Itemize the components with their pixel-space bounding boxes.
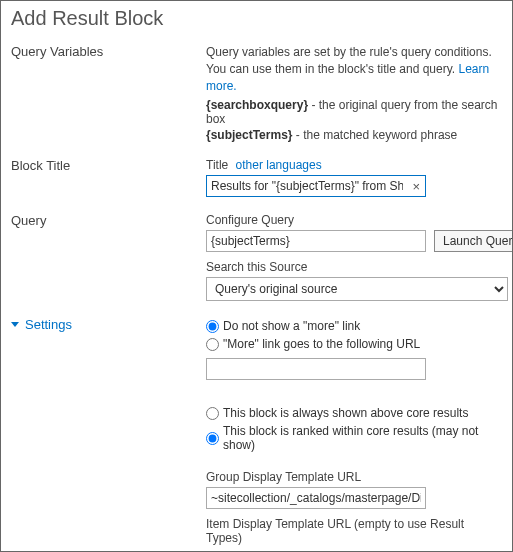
title-label: Title	[206, 158, 228, 172]
query-variables-desc-text: Query variables are set by the rule's qu…	[206, 45, 492, 76]
section-heading-query: Query	[11, 213, 206, 301]
item-template-label: Item Display Template URL (empty to use …	[206, 517, 502, 545]
position-above-label: This block is always shown above core re…	[223, 406, 468, 420]
clear-title-icon[interactable]: ×	[407, 179, 425, 194]
more-link-url-radio[interactable]	[206, 338, 219, 351]
query-variable-name: {subjectTerms}	[206, 128, 292, 142]
settings-toggle[interactable]: Settings	[11, 317, 206, 332]
group-template-label: Group Display Template URL	[206, 470, 502, 484]
dialog-title: Add Result Block	[1, 1, 512, 44]
query-variable-desc: - the matched keyword phrase	[292, 128, 457, 142]
more-link-none-radio[interactable]	[206, 320, 219, 333]
more-link-url-label: "More" link goes to the following URL	[223, 337, 420, 351]
launch-query-builder-button[interactable]: Launch Query Builder	[434, 230, 513, 252]
search-source-select[interactable]: Query's original source	[206, 277, 508, 301]
settings-heading: Settings	[25, 317, 72, 332]
more-link-none-label: Do not show a "more" link	[223, 319, 360, 333]
position-above-radio[interactable]	[206, 407, 219, 420]
title-label-row: Title other languages	[206, 158, 502, 172]
other-languages-link[interactable]: other languages	[236, 158, 322, 172]
group-template-input[interactable]	[206, 487, 426, 509]
query-variable-row: {searchboxquery} - the original query fr…	[206, 98, 502, 126]
position-within-label: This block is ranked within core results…	[223, 424, 502, 452]
more-link-url-input[interactable]	[206, 358, 426, 380]
query-variable-row: {subjectTerms} - the matched keyword phr…	[206, 128, 502, 142]
configure-query-input[interactable]	[206, 230, 426, 252]
section-heading-query-variables: Query Variables	[11, 44, 206, 142]
query-variables-description: Query variables are set by the rule's qu…	[206, 44, 502, 94]
query-variable-name: {searchboxquery}	[206, 98, 308, 112]
caret-down-icon	[11, 322, 19, 327]
section-heading-block-title: Block Title	[11, 158, 206, 197]
title-input-wrap: ×	[206, 175, 426, 197]
position-within-radio[interactable]	[206, 432, 219, 445]
search-source-label: Search this Source	[206, 260, 508, 274]
block-title-input[interactable]	[207, 176, 407, 196]
configure-query-label: Configure Query	[206, 213, 426, 227]
